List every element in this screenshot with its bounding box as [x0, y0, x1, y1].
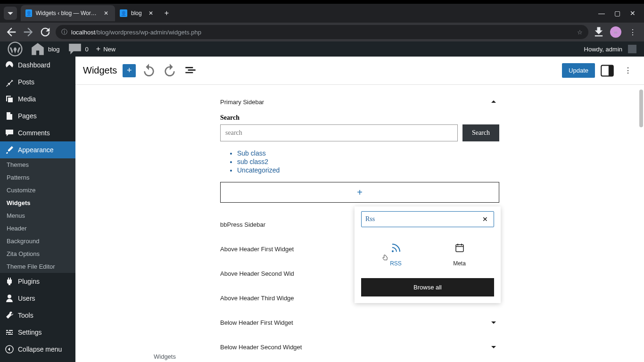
sidebar-item-label: Posts: [18, 78, 34, 86]
sidebar-item-pages[interactable]: Pages: [0, 107, 75, 124]
tab-title: Widgets ‹ blog — WordPress: [36, 10, 97, 16]
search-block[interactable]: Search Search: [220, 114, 499, 149]
area-title: Below Header First Widget: [220, 319, 293, 326]
scrollbar-thumb[interactable]: [639, 90, 643, 127]
svg-rect-3: [609, 65, 613, 76]
page-icon: [5, 111, 14, 121]
tab-search-button[interactable]: [4, 7, 17, 20]
close-tab-icon[interactable]: ✕: [102, 9, 110, 17]
area-below-header-1[interactable]: Below Header First Widget: [220, 310, 499, 335]
submenu-patterns[interactable]: Patterns: [0, 171, 75, 184]
category-link[interactable]: sub class2: [237, 157, 499, 166]
clear-search-icon[interactable]: ✕: [480, 214, 490, 224]
submenu-theme-file-editor[interactable]: Theme File Editor: [0, 260, 75, 273]
downloads-icon[interactable]: [592, 25, 605, 39]
howdy-text: Howdy, admin: [584, 46, 622, 53]
submenu-zita[interactable]: Zita Options: [0, 247, 75, 260]
site-link[interactable]: blog: [26, 41, 64, 57]
sidebar-item-users[interactable]: Users: [0, 290, 75, 307]
area-title: Above Header Third Widge: [220, 295, 294, 302]
editor-canvas: Primary Sidebar Search Search Sub class …: [75, 85, 644, 362]
chevron-down-icon: [488, 341, 499, 353]
categories-block[interactable]: Sub class sub class2 Uncategorized: [220, 149, 499, 182]
undo-button[interactable]: [141, 63, 157, 78]
sidebar-item-settings[interactable]: Settings: [0, 324, 75, 341]
wp-logo-icon[interactable]: [4, 41, 26, 57]
brush-icon: [5, 145, 14, 155]
account-link[interactable]: Howdy, admin: [580, 45, 640, 53]
close-window-button[interactable]: ✕: [630, 9, 636, 17]
plus-icon: +: [357, 187, 363, 198]
block-inserter-popover: ✕ RSS Meta Brow: [355, 206, 501, 303]
wordpress-favicon: 👤: [25, 9, 32, 17]
sidebar-item-posts[interactable]: Posts: [0, 74, 75, 90]
url-input[interactable]: ⓘ localhost/blog/wordpress/wp-admin/widg…: [56, 25, 588, 39]
settings-panel-button[interactable]: [599, 62, 616, 79]
category-link[interactable]: Uncategorized: [237, 166, 499, 174]
new-tab-button[interactable]: +: [160, 9, 173, 17]
minimize-button[interactable]: —: [598, 9, 605, 17]
sidebar-item-label: Users: [18, 295, 35, 302]
avatar: [628, 45, 636, 53]
sidebar-item-label: Dashboard: [18, 61, 50, 69]
area-primary-sidebar[interactable]: Primary Sidebar: [220, 90, 499, 114]
sidebar-item-tools[interactable]: Tools: [0, 307, 75, 324]
list-view-button[interactable]: [183, 63, 198, 78]
update-button[interactable]: Update: [562, 63, 595, 78]
url-path: /blog/wordpress/wp-admin/widgets.php: [95, 29, 201, 36]
page-title: Widgets: [83, 65, 117, 76]
submenu-widgets[interactable]: Widgets: [0, 197, 75, 209]
site-name: blog: [48, 46, 60, 53]
search-button[interactable]: Search: [462, 124, 499, 141]
close-tab-icon[interactable]: ✕: [147, 9, 155, 17]
footer-text: Widgets: [154, 353, 176, 360]
editor-header: Widgets + Update ⋮: [75, 57, 644, 85]
admin-sidebar: Dashboard Posts Media Pages Comments App…: [0, 57, 75, 362]
url-host: localhost: [71, 29, 95, 36]
browser-tab-bar: 👤 Widgets ‹ blog — WordPress ✕ 👤 blog ✕ …: [0, 4, 644, 23]
wp-admin-bar: blog 0 + New Howdy, admin: [0, 41, 644, 57]
browser-menu-icon[interactable]: ⋮: [626, 28, 639, 37]
comments-link[interactable]: 0: [64, 41, 92, 57]
submenu-themes[interactable]: Themes: [0, 158, 75, 171]
inserter-block-rss[interactable]: RSS: [374, 239, 418, 271]
site-info-icon[interactable]: ⓘ: [61, 28, 67, 36]
bookmark-icon[interactable]: ☆: [577, 29, 583, 36]
submenu-menus[interactable]: Menus: [0, 209, 75, 222]
area-below-header-2[interactable]: Below Header Second Widget: [220, 335, 499, 359]
search-label: Search: [220, 114, 499, 122]
pin-icon: [5, 77, 14, 87]
sidebar-item-comments[interactable]: Comments: [0, 124, 75, 141]
browser-tab[interactable]: 👤 Widgets ‹ blog — WordPress ✕: [21, 5, 115, 21]
submenu-customize[interactable]: Customize: [0, 184, 75, 197]
sidebar-item-appearance[interactable]: Appearance: [0, 141, 75, 158]
browser-tab[interactable]: 👤 blog ✕: [115, 5, 160, 21]
sidebar-item-plugins[interactable]: Plugins: [0, 273, 75, 290]
sidebar-item-dashboard[interactable]: Dashboard: [0, 57, 75, 74]
submenu-background[interactable]: Background: [0, 235, 75, 247]
redo-button[interactable]: [162, 63, 177, 78]
reload-button[interactable]: [39, 25, 52, 39]
sidebar-item-label: Settings: [18, 329, 42, 336]
user-icon: [5, 294, 14, 303]
more-options-button[interactable]: ⋮: [619, 62, 636, 79]
maximize-button[interactable]: ▢: [614, 9, 620, 17]
category-link[interactable]: Sub class: [237, 149, 499, 157]
profile-button[interactable]: ∞: [609, 26, 622, 38]
add-block-button[interactable]: +: [123, 64, 136, 77]
search-input[interactable]: [220, 124, 458, 141]
sidebar-collapse[interactable]: Collapse menu: [0, 341, 75, 358]
inserter-block-meta[interactable]: Meta: [438, 239, 482, 271]
submenu-header[interactable]: Header: [0, 222, 75, 235]
block-appender[interactable]: +: [220, 182, 499, 203]
browse-all-button[interactable]: Browse all: [361, 278, 494, 296]
new-content-link[interactable]: + New: [92, 41, 119, 57]
sidebar-item-media[interactable]: Media: [0, 90, 75, 107]
inserter-search-input[interactable]: [365, 215, 480, 223]
back-button[interactable]: [5, 25, 18, 39]
sidebar-item-label: Plugins: [18, 278, 40, 285]
forward-button[interactable]: [22, 25, 35, 39]
area-below-header-3[interactable]: Below Header Third Widget: [220, 359, 499, 362]
sidebar-item-label: Comments: [18, 129, 50, 137]
inserter-search[interactable]: ✕: [361, 211, 494, 227]
